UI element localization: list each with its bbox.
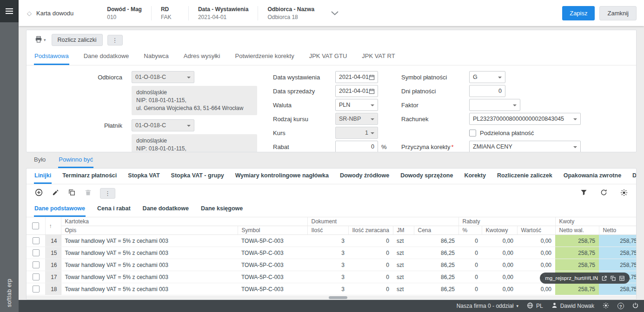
horizontal-scrollbar[interactable] [27, 296, 636, 299]
row-checkbox[interactable] [33, 249, 40, 256]
rozlicz-zaliczki-button[interactable]: Rozlicz zaliczki [52, 34, 103, 46]
symbol-platnosci-select[interactable]: G [469, 71, 505, 83]
tab-dowody-zrodlowe[interactable]: Dowody źródłowe [339, 169, 390, 184]
filter-button[interactable] [579, 188, 588, 198]
tab-jpk-vat-rt[interactable]: JPK VAT RT [361, 49, 395, 65]
copy-icon [68, 189, 75, 197]
przyczyna-korekty-select[interactable]: ZMIANA CENY [469, 141, 581, 152]
column-header-symbol[interactable]: Symbol [238, 226, 307, 235]
open-in-new-icon[interactable] [602, 276, 607, 281]
rabat-input[interactable]: 0 [335, 141, 378, 152]
group-header-dokument: Dokument [307, 217, 458, 226]
collapse-header-button[interactable] [331, 10, 339, 17]
tab-powinno-byc[interactable]: Powinno być [58, 153, 93, 168]
grid-settings-button[interactable] [619, 188, 629, 199]
form-card-toolbar: ▾ Rozlicz zaliczki ⋮ [27, 30, 636, 49]
caret-down-icon [371, 104, 374, 106]
data-wystawienia-input[interactable]: 2021-04-01 [335, 71, 378, 83]
delete-row-button[interactable] [84, 188, 93, 198]
form-more-actions-button[interactable]: ⋮ [107, 35, 123, 46]
tab-opakowania-zwrotne[interactable]: Opakowania zwrotne [563, 169, 622, 184]
save-button[interactable]: Zapisz [562, 6, 595, 20]
main-area: ◇ Karta dowodu Dowód - Mag 010 RD FAK Da… [19, 0, 644, 312]
table-row[interactable]: 16 Towar handlowy VAT = 5% z cechami 003… [27, 259, 636, 271]
sort-column-header[interactable]: ↑ [45, 217, 61, 235]
horizontal-scrollbar-thumb[interactable] [329, 296, 347, 299]
edit-row-button[interactable] [51, 188, 60, 198]
tab-wymiary-kontrolingowe[interactable]: Wymiary kontrolingowe nagłówka [235, 169, 329, 184]
tab-bylo[interactable]: Było [33, 153, 46, 168]
header-fields: Dowód - Mag 010 RD FAK Data - Wystawieni… [98, 6, 324, 20]
caret-down-icon [513, 104, 517, 106]
tab-rozliczenie-zaliczek[interactable]: Rozliczenie zaliczek [497, 169, 553, 184]
gear-icon [603, 302, 609, 310]
close-button[interactable]: Zamknij [599, 6, 637, 20]
column-header-opis[interactable]: Opis [61, 226, 238, 235]
help-button[interactable]: ? [617, 303, 624, 309]
faktor-select[interactable] [469, 99, 520, 111]
kurs-select[interactable]: 1 [335, 127, 378, 139]
waluta-select[interactable]: PLN [335, 99, 378, 111]
tab-nabywca[interactable]: Nabywca [143, 49, 169, 65]
table-row[interactable]: 14 Towar handlowy VAT = 5% z cechami 003… [27, 235, 636, 247]
column-header-netto-wal[interactable]: Netto wal. [555, 226, 599, 235]
print-button[interactable]: ▾ [34, 35, 47, 46]
grid-more-actions-button[interactable]: ⋮ [100, 188, 115, 199]
dni-platnosci-input[interactable]: 0 [469, 85, 505, 97]
tab-linijki[interactable]: Linijki [34, 169, 52, 184]
data-sprzedazy-input[interactable]: 2021-04-01 [335, 85, 378, 97]
tab-stopka-vat-grupy[interactable]: Stopka VAT - grupy [171, 169, 225, 184]
tab-adres-wysylki[interactable]: Adres wysyłki [183, 49, 221, 65]
grid-icon[interactable] [619, 276, 624, 281]
table-row[interactable]: 18 Towar handlowy VAT = 5% z cechami 003… [27, 283, 636, 295]
tab-stopka-vat[interactable]: Stopka VAT [127, 169, 160, 184]
tab-dowody-sprzezone[interactable]: Dowody sprzężone [400, 169, 453, 184]
tab-korekty[interactable]: Korekty [464, 169, 486, 184]
column-header-ilosc-zwracana[interactable]: Ilość zwracana [348, 226, 393, 235]
tab-dane-podstawowe[interactable]: Dane podstawowe [34, 202, 86, 217]
tab-dane-ksiegowe[interactable]: Dane księgowe [200, 202, 243, 217]
add-row-button[interactable] [34, 188, 44, 199]
column-header-kwotowy[interactable]: Kwotowy [482, 226, 517, 235]
row-checkbox[interactable] [33, 261, 40, 268]
tab-podstawowa[interactable]: Podstawowa [34, 49, 69, 65]
tab-dane-dodatkowe-grid[interactable]: Dane dodatkowe [142, 202, 189, 217]
odbiorca-select[interactable]: 01-O-018-C [132, 71, 194, 83]
row-checkbox[interactable] [33, 273, 40, 280]
company-selector[interactable]: Nasza firma 0 - oddział ▾ [457, 303, 518, 309]
hamburger-icon [6, 8, 13, 9]
select-all-checkbox[interactable] [32, 222, 39, 229]
row-checkbox[interactable] [33, 237, 40, 244]
platnik-select[interactable]: 01-O-018-C [132, 119, 194, 131]
column-header-wartosc[interactable]: Wartość [517, 226, 555, 235]
column-header-procent[interactable]: % [458, 226, 482, 235]
copy-row-button[interactable] [67, 188, 76, 198]
rachunek-select[interactable]: PL23237000080000000020843045 [469, 113, 581, 125]
hamburger-menu-button[interactable] [0, 0, 19, 22]
rodzaj-kursu-select[interactable]: SR-NBP [335, 113, 378, 125]
column-header-jm[interactable]: JM [393, 226, 414, 235]
tab-jpk-vat-gtu[interactable]: JPK VAT GTU [309, 49, 348, 65]
logout-button[interactable] [632, 302, 638, 310]
user-menu[interactable]: Dawid Nowak [551, 302, 594, 310]
tab-cena-i-rabat[interactable]: Cena i rabat [97, 202, 131, 217]
row-checkbox[interactable] [33, 286, 40, 292]
gear-icon [620, 189, 628, 198]
column-header-netto[interactable]: Netto [599, 226, 636, 235]
tab-terminarz-platnosci[interactable]: Terminarz płatności [62, 169, 117, 184]
refresh-button[interactable] [599, 188, 608, 198]
help-icon: ? [617, 303, 624, 309]
settings-button[interactable] [603, 302, 609, 310]
column-header-cena[interactable]: Cena [414, 226, 458, 235]
column-header-ilosc[interactable]: Ilość [307, 226, 348, 235]
tab-dane-dodatkowe[interactable]: Dane dodatkowe [83, 49, 130, 65]
caret-down-icon: ▾ [516, 304, 518, 308]
lines-grid-card: Linijki Terminarz płatności Stopka VAT S… [26, 168, 637, 300]
copy-icon[interactable] [611, 276, 616, 281]
table-row[interactable]: 15 Towar handlowy VAT = 5% z cechami 003… [27, 247, 636, 259]
language-selector[interactable]: PL [527, 302, 543, 310]
tab-potwierdzenie-korekty[interactable]: Potwierdzenie korekty [235, 49, 295, 65]
podzielona-platnosc-checkbox[interactable] [469, 130, 476, 136]
tab-dodatkowe-teksty[interactable]: Dodatkowe teksty na wydruku [632, 169, 636, 184]
pencil-icon [52, 189, 59, 197]
